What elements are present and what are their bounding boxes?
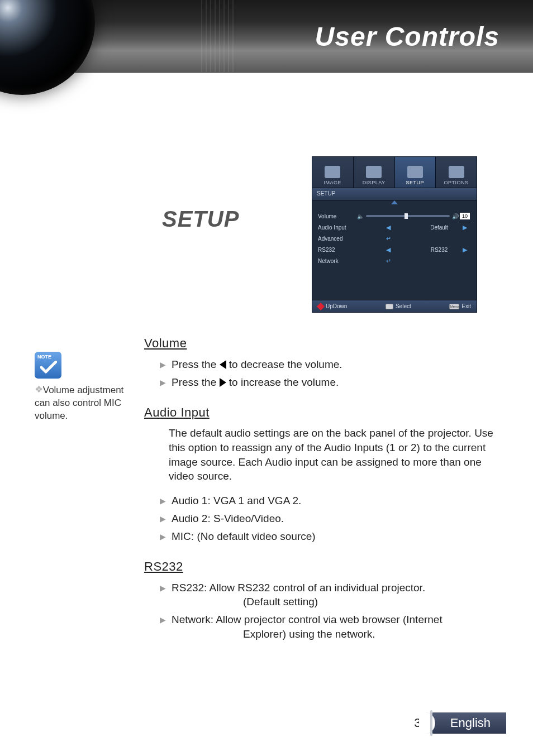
heading-volume: Volume	[144, 335, 496, 352]
osd-footer-label: Select	[396, 303, 411, 309]
osd-body: Volume 🔈 🔊 10 Audio Input ◀ Default ▶ Ad…	[312, 200, 477, 270]
osd-row-network: Network ↵	[318, 255, 471, 266]
up-caret-icon	[391, 200, 398, 204]
bullet-item: ▶ Press the to decrease the volume.	[160, 357, 496, 372]
osd-footer: UpDown Select MenuExit	[312, 300, 477, 312]
right-arrow-icon: ▶	[463, 246, 467, 253]
osd-tab-image: IMAGE	[312, 157, 354, 188]
bullet-item: ▶ Press the to increase the volume.	[160, 375, 496, 390]
text: MIC: (No default video source)	[172, 529, 316, 544]
arrow-bullet-icon: ▶	[160, 529, 166, 544]
heading-rs232: RS232	[144, 558, 496, 575]
bullet-item: ▶ Audio 2: S-Video/Video.	[160, 511, 496, 526]
note-text-content: Volume adjustment can also control MIC v…	[35, 385, 123, 421]
text: Network: Allow projector control via web…	[172, 614, 442, 625]
enter-icon: ↵	[386, 257, 391, 265]
lens-graphic	[0, 0, 95, 95]
volume-slider	[366, 215, 450, 217]
osd-tab-label: OPTIONS	[444, 180, 469, 185]
osd-tab-label: IMAGE	[324, 180, 342, 185]
speaker-high-icon: 🔊	[452, 213, 459, 219]
text: (Default setting)	[243, 595, 425, 609]
osd-row-label: Audio Input	[318, 224, 357, 231]
osd-tab-setup: SETUP	[395, 157, 436, 188]
text: Press the	[172, 358, 220, 370]
bullet-item: ▶ RS232: Allow RS232 control of an indiv…	[160, 581, 496, 609]
page-title: User Controls	[315, 21, 499, 52]
text: Explorer) using the network.	[243, 627, 442, 642]
arrow-bullet-icon: ▶	[160, 581, 166, 595]
left-triangle-icon	[220, 360, 226, 369]
bullet-item: ▶ MIC: (No default video source)	[160, 529, 496, 544]
left-arrow-icon: ◀	[386, 224, 391, 231]
osd-row-advanced: Advanced ↵	[318, 233, 471, 244]
osd-tab-label: DISPLAY	[363, 180, 386, 185]
note-text: ❖ Volume adjustment can also control MIC…	[35, 384, 135, 423]
enter-key-icon	[386, 304, 393, 309]
text: to decrease the volume.	[229, 358, 342, 370]
note-block: NOTE ❖ Volume adjustment can also contro…	[35, 352, 135, 423]
right-arrow-icon: ▶	[463, 224, 467, 231]
paragraph: The default audio settings are on the ba…	[169, 426, 496, 484]
arrow-bullet-icon: ▶	[160, 357, 166, 372]
osd-subheader-label: SETUP	[317, 190, 335, 197]
osd-row-rs232: RS232 ◀ RS232 ▶	[318, 244, 471, 255]
osd-screenshot: IMAGE DISPLAY SETUP OPTIONS SETUP Volume…	[312, 156, 477, 313]
note-badge-label: NOTE	[37, 354, 51, 360]
osd-row-label: Network	[318, 258, 357, 264]
osd-footer-label: Exit	[461, 303, 471, 309]
osd-row-volume: Volume 🔈 🔊 10	[318, 210, 471, 222]
arrow-bullet-icon: ▶	[160, 511, 166, 526]
decorative-stripes	[201, 0, 234, 72]
osd-tabs: IMAGE DISPLAY SETUP OPTIONS	[312, 157, 477, 188]
menu-key-icon: Menu	[449, 304, 459, 309]
enter-icon: ↵	[386, 235, 391, 242]
text: Press the	[172, 376, 220, 388]
updown-icon	[317, 302, 325, 310]
body-column: Volume ▶ Press the to decrease the volum…	[144, 329, 496, 644]
arrow-bullet-icon: ▶	[160, 494, 166, 508]
osd-row-label: RS232	[318, 247, 357, 253]
osd-row-label: Volume	[318, 213, 357, 219]
text: to increase the volume.	[229, 376, 339, 388]
text: RS232: Allow RS232 control of an individ…	[172, 582, 425, 594]
volume-value: 10	[460, 213, 470, 219]
speaker-low-icon: 🔈	[357, 213, 364, 219]
text: Audio 1: VGA 1 and VGA 2.	[172, 494, 301, 508]
osd-tab-display: DISPLAY	[354, 157, 395, 188]
text: Audio 2: S-Video/Video.	[172, 511, 284, 526]
osd-row-value: RS232	[420, 247, 459, 253]
heading-audio-input: Audio Input	[144, 404, 496, 421]
footer: 37 English	[414, 712, 506, 734]
diamond-bullet-icon: ❖	[35, 384, 40, 389]
osd-subheader: SETUP	[312, 188, 477, 200]
bullet-item: ▶ Network: Allow projector control via w…	[160, 613, 496, 641]
right-triangle-icon	[220, 378, 226, 387]
language-label: English	[431, 712, 506, 734]
osd-tab-label: SETUP	[406, 180, 425, 185]
note-badge: NOTE	[35, 352, 61, 379]
osd-row-value: Default	[420, 224, 459, 231]
left-arrow-icon: ◀	[386, 246, 391, 253]
check-icon	[40, 361, 57, 374]
osd-tab-options: OPTIONS	[436, 157, 477, 188]
arrow-bullet-icon: ▶	[160, 375, 166, 390]
osd-footer-label: UpDown	[326, 303, 347, 309]
osd-row-label: Advanced	[318, 236, 357, 242]
section-label: SETUP	[162, 207, 239, 232]
arrow-bullet-icon: ▶	[160, 613, 166, 627]
osd-row-audio-input: Audio Input ◀ Default ▶	[318, 222, 471, 233]
header-band: User Controls	[0, 0, 533, 73]
bullet-item: ▶ Audio 1: VGA 1 and VGA 2.	[160, 494, 496, 508]
